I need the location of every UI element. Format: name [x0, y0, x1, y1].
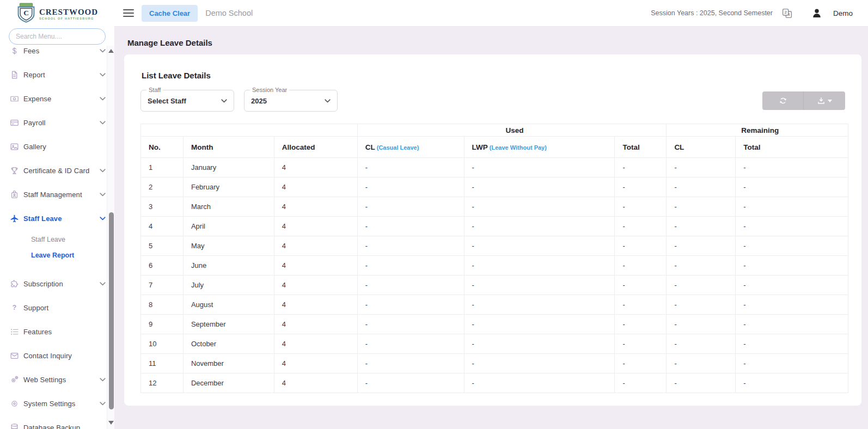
cache-clear-button[interactable]: Cache Clear: [142, 5, 198, 22]
sidebar-item-label: System Settings: [23, 400, 100, 408]
chevron-down-icon: [100, 217, 106, 220]
table-cell: -: [615, 295, 667, 315]
session-switch-icon[interactable]: 4 2: [781, 8, 793, 19]
banknote-icon: [10, 94, 23, 103]
sidebar-scrollbar: [107, 46, 114, 429]
table-row: 12December4-----: [141, 373, 848, 393]
sidebar-item-web-settings[interactable]: Web Settings: [0, 367, 114, 391]
chevron-down-icon: [100, 97, 106, 101]
database-icon: [10, 423, 23, 429]
sidebar-item-label: Subscription: [23, 280, 100, 288]
sidebar-subitem-leave-report[interactable]: Leave Report: [0, 247, 114, 263]
download-button[interactable]: [804, 91, 845, 110]
sidebar-submenu-staff-leave: Staff LeaveLeave Report: [0, 230, 114, 272]
column-header-allocated: Allocated: [274, 137, 357, 158]
scroll-up-icon[interactable]: [108, 49, 114, 53]
table-cell: -: [357, 217, 464, 236]
chevron-down-icon: [100, 121, 106, 125]
session-year-select-value: 2025: [251, 97, 325, 105]
sidebar-search: [0, 26, 114, 46]
sidebar-item-system-settings[interactable]: System Settings: [0, 391, 114, 415]
table-cell: -: [464, 236, 615, 256]
table-cell: 12: [141, 373, 184, 393]
table-cell: -: [615, 315, 667, 334]
sidebar-item-support[interactable]: ?Support: [0, 296, 114, 320]
table-cell: -: [667, 334, 736, 354]
id-badge-icon: [10, 190, 23, 199]
topbar-right: Session Years : 2025, Second Semester 4 …: [651, 8, 853, 19]
table-cell: 7: [141, 275, 184, 295]
table-cell: -: [736, 275, 848, 295]
card-title: List Leave Details: [142, 71, 845, 80]
sidebar-item-features[interactable]: Features: [0, 320, 114, 344]
plane-icon: [10, 214, 23, 223]
table-cell: 2: [141, 177, 184, 197]
table-row: 9September4-----: [141, 315, 848, 334]
table-cell: -: [667, 354, 736, 373]
scroll-down-icon[interactable]: [108, 421, 114, 425]
brand-logo[interactable]: C CRESTWOOD SCHOOL OF HATTIESBURG: [0, 0, 114, 26]
table-cell: 4: [274, 354, 357, 373]
sidebar-item-contact-inquiry[interactable]: Contact Inquiry: [0, 344, 114, 367]
table-cell: -: [357, 334, 464, 354]
sidebar-item-payroll[interactable]: Payroll: [0, 111, 114, 134]
table-cell: -: [464, 275, 615, 295]
table-cell: February: [183, 177, 274, 197]
sidebar-item-certificate-id-card[interactable]: Certificate & ID Card: [0, 158, 114, 182]
table-cell: -: [615, 256, 667, 275]
column-header-cl: CL(Casual Leave): [357, 137, 464, 158]
table-cell: 4: [274, 373, 357, 393]
table-cell: 11: [141, 354, 184, 373]
table-cell: -: [464, 334, 615, 354]
dollar-icon: [10, 46, 23, 56]
table-cell: -: [357, 236, 464, 256]
list-icon: [10, 327, 23, 336]
sidebar-item-label: Payroll: [23, 119, 100, 127]
table-row: 2February4-----: [141, 177, 848, 197]
chevron-down-icon: [100, 193, 106, 197]
table-cell: -: [667, 256, 736, 275]
user-name[interactable]: Demo: [833, 9, 853, 17]
sidebar-item-label: Gallery: [23, 143, 106, 151]
table-cell: -: [464, 158, 615, 177]
sidebar-item-staff-management[interactable]: Staff Management: [0, 182, 114, 206]
table-cell: January: [183, 158, 274, 177]
table-row: 11November4-----: [141, 354, 848, 373]
sidebar: C CRESTWOOD SCHOOL OF HATTIESBURG FeesRe…: [0, 0, 114, 429]
table-cell: 4: [274, 236, 357, 256]
table-cell: -: [736, 197, 848, 217]
table-cell: 4: [274, 295, 357, 315]
user-avatar-icon[interactable]: [811, 8, 822, 19]
staff-select[interactable]: Staff Select Staff: [140, 90, 234, 112]
table-cell: -: [736, 334, 848, 354]
table-cell: -: [667, 275, 736, 295]
table-cell: August: [183, 295, 274, 315]
hamburger-menu-icon[interactable]: [123, 9, 134, 17]
sidebar-item-expense[interactable]: Expense: [0, 87, 114, 111]
session-year-select[interactable]: Session Year 2025: [244, 90, 338, 112]
sidebar-menu: FeesReportExpensePayrollGalleryCertifica…: [0, 39, 114, 429]
table-row: 6June4-----: [141, 256, 848, 275]
table-cell: 4: [274, 275, 357, 295]
table-cell: -: [464, 295, 615, 315]
image-icon: [10, 142, 23, 151]
table-cell: July: [183, 275, 274, 295]
sidebar-item-database-backup[interactable]: Database Backup: [0, 415, 114, 429]
chevron-down-icon: [100, 378, 106, 382]
scrollbar-thumb[interactable]: [109, 212, 114, 409]
sidebar-subitem-staff-leave[interactable]: Staff Leave: [0, 231, 114, 247]
table-cell: 6: [141, 256, 184, 275]
table-cell: -: [736, 256, 848, 275]
table-cell: 5: [141, 236, 184, 256]
svg-text:C: C: [23, 9, 29, 17]
sidebar-item-staff-leave[interactable]: Staff Leave: [0, 206, 114, 230]
sidebar-item-gallery[interactable]: Gallery: [0, 134, 114, 158]
table-cell: 10: [141, 334, 184, 354]
topbar: Cache Clear Demo School Session Years : …: [114, 0, 868, 26]
search-input[interactable]: [9, 28, 106, 45]
sidebar-item-subscription[interactable]: Subscription: [0, 272, 114, 296]
refresh-button[interactable]: [762, 91, 804, 110]
puzzle-icon: [10, 279, 23, 289]
table-cell: -: [357, 373, 464, 393]
sidebar-item-report[interactable]: Report: [0, 63, 114, 87]
